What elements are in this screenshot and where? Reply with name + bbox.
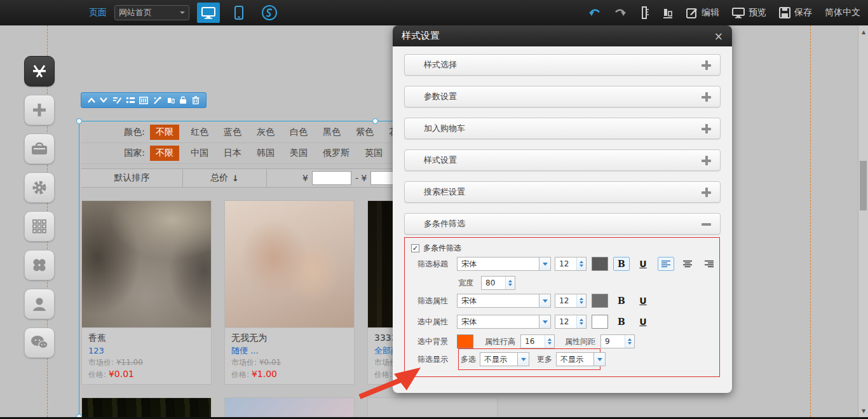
select-caret-icon[interactable] <box>593 353 605 366</box>
select-caret-icon[interactable] <box>539 258 550 270</box>
ruler-button[interactable] <box>639 6 649 19</box>
product-link[interactable]: 123 <box>88 345 205 357</box>
spacing-spinner[interactable]: 9 <box>600 334 635 348</box>
select-caret-icon[interactable] <box>539 315 550 328</box>
page-select[interactable]: 网站首页 <box>114 5 189 20</box>
filter-option[interactable]: 蓝色 <box>224 125 241 140</box>
collapse-minus-icon[interactable] <box>702 219 711 229</box>
selection-handle-top-left[interactable] <box>76 118 82 124</box>
filter-title-color-swatch[interactable] <box>592 257 608 271</box>
filter-option[interactable]: 白色 <box>290 125 308 140</box>
expand-plus-icon[interactable] <box>702 92 711 102</box>
select-caret-icon[interactable] <box>517 353 529 366</box>
filter-attr-color-swatch[interactable] <box>592 294 608 308</box>
move-down-button[interactable] <box>100 97 107 103</box>
width-spinner[interactable]: 80 <box>481 276 515 290</box>
spinner-arrows-icon[interactable] <box>576 315 586 328</box>
mobile-view-button[interactable] <box>227 3 250 23</box>
sidebar-item-wechat[interactable] <box>24 327 55 358</box>
accordion-multi-filter[interactable]: 多条件筛选 <box>404 213 721 235</box>
undo-button[interactable] <box>588 8 601 17</box>
filter-option[interactable]: 美国 <box>290 146 308 161</box>
selected-attr-font-select[interactable]: 宋体 <box>457 315 551 329</box>
filter-option[interactable]: 中国 <box>191 146 208 161</box>
sidebar-item-add[interactable] <box>24 95 55 125</box>
sort-price-tab[interactable]: 总价 ↓ <box>183 169 267 187</box>
style-wand-button[interactable] <box>153 96 162 104</box>
accordion-style-select[interactable]: 样式选择 <box>404 54 721 76</box>
accordion-parameters[interactable]: 参数设置 <box>404 86 721 107</box>
redo-button[interactable] <box>614 8 627 17</box>
expand-plus-icon[interactable] <box>702 188 711 197</box>
bold-button[interactable]: B <box>613 257 630 271</box>
filter-attr-size-spinner[interactable]: 12 <box>555 294 587 308</box>
spinner-arrows-icon[interactable] <box>625 335 634 348</box>
bold-button[interactable]: B <box>613 294 630 308</box>
lock-button[interactable] <box>179 96 187 104</box>
params-button[interactable] <box>139 97 148 104</box>
product-card[interactable] <box>367 397 498 419</box>
select-caret-icon[interactable] <box>539 294 550 307</box>
accordion-style-settings[interactable]: 样式设置 <box>404 149 721 171</box>
filter-option[interactable]: 灰色 <box>257 125 275 140</box>
sidebar-item-settings[interactable] <box>24 172 55 203</box>
preview-button[interactable]: 预览 <box>732 7 766 18</box>
panel-header[interactable]: 样式设置 × <box>393 25 732 46</box>
align-center-button[interactable] <box>679 257 696 271</box>
filter-option[interactable]: 黑色 <box>323 125 341 140</box>
link-mode-button[interactable] <box>258 3 281 23</box>
filter-option[interactable]: 韩国 <box>257 146 275 161</box>
selected-attr-color-swatch[interactable] <box>592 315 608 329</box>
filter-selected-chip[interactable]: 不限 <box>150 125 179 140</box>
close-icon[interactable]: × <box>714 30 723 43</box>
bold-button[interactable]: B <box>613 315 630 329</box>
multi-select-dropdown[interactable]: 不显示 <box>480 352 529 366</box>
more-dropdown[interactable]: 不显示 <box>556 352 606 366</box>
edit-content-button[interactable] <box>112 97 121 104</box>
list-settings-button[interactable] <box>126 97 135 104</box>
language-switch[interactable]: 简体中文 <box>825 7 860 18</box>
product-link[interactable]: 随便 ... <box>231 345 348 357</box>
product-card[interactable]: 香蕉 123 市场价: ¥11.00 价格: ¥0.01 <box>81 200 212 385</box>
filter-option[interactable]: 红色 <box>191 125 208 140</box>
filter-option[interactable]: 日本 <box>224 146 241 161</box>
sidebar-item-components[interactable] <box>24 56 55 86</box>
scrollbar-thumb[interactable] <box>860 161 867 210</box>
filter-title-font-select[interactable]: 宋体 <box>457 257 551 271</box>
spinner-arrows-icon[interactable] <box>576 258 586 270</box>
page-scrollbar[interactable]: ▲ ▼ <box>858 25 868 417</box>
selected-bg-color-swatch[interactable] <box>457 334 473 348</box>
scroll-up-arrow[interactable]: ▲ <box>858 27 868 37</box>
sidebar-item-modules[interactable] <box>24 211 55 242</box>
selected-attr-size-spinner[interactable]: 12 <box>555 315 587 329</box>
filter-option[interactable]: 俄罗斯 <box>323 146 349 161</box>
edit-button[interactable]: 编辑 <box>686 7 719 18</box>
multi-filter-checkbox[interactable]: ✓ <box>411 244 419 252</box>
align-left-button[interactable] <box>658 257 674 271</box>
product-card[interactable]: 无我无为 随便 ... 市场价: ¥0.01 价格: ¥1.00 <box>224 200 355 385</box>
underline-button[interactable]: U <box>635 257 651 271</box>
accordion-search-bar[interactable]: 搜索栏设置 <box>404 181 721 203</box>
data-button[interactable] <box>167 97 175 104</box>
spinner-arrows-icon[interactable] <box>545 335 554 348</box>
align-right-button[interactable] <box>701 257 717 271</box>
selection-handle-top-mid[interactable] <box>372 118 378 124</box>
filter-title-size-spinner[interactable]: 12 <box>555 257 587 271</box>
delete-button[interactable] <box>192 96 200 104</box>
filter-option[interactable]: 紫色 <box>356 125 374 140</box>
spinner-arrows-icon[interactable] <box>505 277 515 289</box>
sidebar-item-apps[interactable] <box>24 250 55 280</box>
expand-plus-icon[interactable] <box>702 60 711 70</box>
save-button[interactable]: 保存 <box>779 7 812 18</box>
product-card[interactable] <box>224 397 355 419</box>
desktop-view-button[interactable] <box>197 3 220 23</box>
spinner-arrows-icon[interactable] <box>576 294 586 307</box>
filter-option[interactable]: 英国 <box>365 146 383 161</box>
scroll-down-arrow[interactable]: ▼ <box>858 406 868 416</box>
filter-selected-chip[interactable]: 不限 <box>150 146 179 161</box>
sort-default-tab[interactable]: 默认排序 <box>81 169 183 187</box>
product-card[interactable] <box>81 397 212 419</box>
stats-button[interactable] <box>662 7 674 18</box>
underline-button[interactable]: U <box>635 315 651 329</box>
expand-plus-icon[interactable] <box>702 156 711 165</box>
